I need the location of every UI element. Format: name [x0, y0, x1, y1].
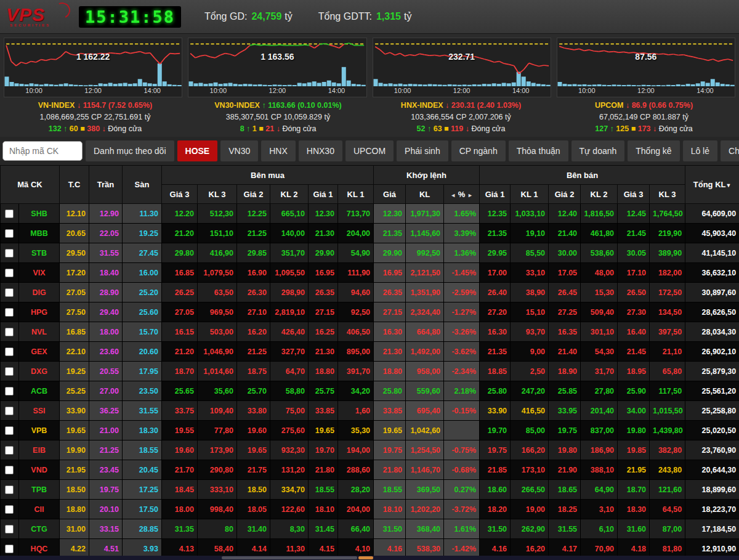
sell-price-3-cell[interactable]: 21.45 [618, 342, 650, 362]
buy-price-1-cell[interactable]: 21.30 [309, 224, 338, 243]
symbol-search-input[interactable] [2, 141, 83, 161]
stock-row-gex[interactable]: GEX22.1023.6020.6021.201,046,9021.25327,… [1, 342, 739, 362]
sell-price-2-cell[interactable]: 16.35 [549, 322, 581, 342]
stock-row-vpb[interactable]: VPB19.6521.0018.3019.5577,8019.60275,601… [1, 421, 739, 440]
symbol-cell[interactable]: NVL [19, 322, 60, 342]
buy-price-1-cell[interactable]: 19.70 [309, 440, 338, 460]
row-checkbox[interactable] [5, 328, 14, 336]
stock-row-vix[interactable]: VIX17.2018.4016.0016.851,079,5016.901,09… [1, 263, 739, 283]
row-checkbox[interactable] [5, 466, 14, 474]
tab-thỏa-thuận[interactable]: Thỏa thuận [509, 140, 568, 161]
buy-price-3-cell[interactable]: 29.80 [162, 243, 198, 263]
tab-vn30[interactable]: VN30 [220, 140, 258, 161]
symbol-cell[interactable]: CII [19, 500, 60, 519]
sell-price-1-cell[interactable]: 33.90 [480, 401, 511, 421]
row-checkbox[interactable] [5, 485, 14, 494]
sell-price-1-cell[interactable]: 21.35 [480, 224, 511, 243]
sell-price-1-cell[interactable]: 26.40 [480, 283, 511, 302]
sell-price-2-cell[interactable]: 21.40 [549, 342, 581, 362]
pct-next-icon[interactable]: ► [467, 192, 473, 198]
index-summary-upcom[interactable]: UPCOM ↓ 86.9 (0.66 0.75%)67,052,149 CP 8… [552, 100, 735, 134]
sell-price-1-cell[interactable]: 18.85 [480, 362, 511, 381]
tab-thống-kê[interactable]: Thống kê [628, 140, 679, 161]
buy-price-1-cell[interactable]: 16.25 [309, 322, 338, 342]
match-price-cell[interactable]: 19.65 [374, 421, 406, 440]
tab-hose[interactable]: HOSE [177, 140, 218, 161]
tab-upcom[interactable]: UPCOM [345, 140, 394, 161]
match-price-cell[interactable]: 19.75 [374, 440, 406, 460]
buy-price-2-cell[interactable]: 27.10 [237, 302, 270, 322]
symbol-cell[interactable]: DIG [19, 283, 60, 302]
index-summary-vn30-index[interactable]: VN30-INDEX ↑ 1163.66 (0.10 0.01%)385,307… [187, 100, 370, 134]
sell-price-3-cell[interactable]: 31.60 [618, 519, 650, 539]
buy-price-2-cell[interactable]: 16.20 [237, 322, 270, 342]
buy-price-1-cell[interactable]: 33.85 [309, 401, 338, 421]
row-checkbox[interactable] [5, 269, 14, 277]
buy-price-1-cell[interactable]: 18.80 [309, 362, 338, 381]
tab-cp-ngành[interactable]: CP ngành [451, 140, 506, 161]
horizontal-scrollbar[interactable] [0, 556, 739, 560]
scrollbar-marker[interactable] [358, 556, 373, 559]
sell-price-2-cell[interactable]: 21.90 [549, 460, 581, 480]
buy-price-3-cell[interactable]: 26.25 [162, 283, 198, 302]
stock-row-dxg[interactable]: DXG19.2520.5517.9518.701,014,6018.7564,7… [1, 362, 739, 381]
sell-price-3-cell[interactable]: 18.30 [618, 500, 650, 519]
sell-price-1-cell[interactable]: 17.00 [480, 263, 511, 283]
match-price-cell[interactable]: 18.80 [374, 362, 406, 381]
match-price-cell[interactable]: 12.30 [374, 204, 406, 224]
sell-price-1-cell[interactable]: 12.35 [480, 204, 511, 224]
sell-price-1-cell[interactable]: 25.80 [480, 381, 511, 401]
tab-chứng-quyền[interactable]: Chứng quyền [721, 140, 739, 161]
sell-price-2-cell[interactable]: 19.75 [549, 421, 581, 440]
buy-price-2-cell[interactable]: 21.75 [237, 460, 270, 480]
buy-price-2-cell[interactable]: 29.85 [237, 243, 270, 263]
buy-price-2-cell[interactable]: 18.05 [237, 500, 270, 519]
buy-price-1-cell[interactable]: 18.10 [309, 500, 338, 519]
stock-row-eib[interactable]: EIB19.9021.2518.5519.60173,9019.65932,30… [1, 440, 739, 460]
match-price-cell[interactable]: 29.90 [374, 243, 406, 263]
sell-price-1-cell[interactable]: 16.30 [480, 322, 511, 342]
symbol-cell[interactable]: CTG [19, 519, 60, 539]
sell-price-2-cell[interactable]: 18.25 [549, 500, 581, 519]
buy-price-3-cell[interactable]: 21.20 [162, 224, 198, 243]
row-checkbox[interactable] [5, 229, 14, 238]
sell-price-3-cell[interactable]: 34.00 [618, 401, 650, 421]
sell-price-3-cell[interactable]: 26.50 [618, 283, 650, 302]
col-header-total-volume[interactable]: Tổng KL▼ [685, 166, 739, 204]
buy-price-3-cell[interactable]: 25.65 [162, 381, 198, 401]
sell-price-1-cell[interactable]: 31.50 [480, 519, 511, 539]
sell-price-1-cell[interactable]: 19.70 [480, 421, 511, 440]
buy-price-3-cell[interactable]: 16.15 [162, 322, 198, 342]
sell-price-3-cell[interactable]: 17.10 [618, 263, 650, 283]
symbol-cell[interactable]: TPB [19, 480, 60, 500]
buy-price-3-cell[interactable]: 18.70 [162, 362, 198, 381]
sell-price-2-cell[interactable]: 26.45 [549, 283, 581, 302]
buy-price-1-cell[interactable]: 27.15 [309, 302, 338, 322]
buy-price-2-cell[interactable]: 25.70 [237, 381, 270, 401]
sell-price-2-cell[interactable]: 31.55 [549, 519, 581, 539]
row-checkbox[interactable] [5, 387, 14, 396]
symbol-cell[interactable]: DXG [19, 362, 60, 381]
stock-row-nvl[interactable]: NVL16.8518.0015.7016.15503,0016.20426,40… [1, 322, 739, 342]
buy-price-1-cell[interactable]: 21.30 [309, 342, 338, 362]
stock-row-hpg[interactable]: HPG27.5029.4025.6027.05969,5027.102,819,… [1, 302, 739, 322]
buy-price-2-cell[interactable]: 12.25 [237, 204, 270, 224]
symbol-cell[interactable]: HPG [19, 302, 60, 322]
sell-price-2-cell[interactable]: 17.05 [549, 263, 581, 283]
sell-price-3-cell[interactable]: 12.45 [618, 204, 650, 224]
symbol-cell[interactable]: VND [19, 460, 60, 480]
symbol-cell[interactable]: MBB [19, 224, 60, 243]
symbol-cell[interactable]: VPB [19, 421, 60, 440]
buy-price-3-cell[interactable]: 19.55 [162, 421, 198, 440]
tab-hnx[interactable]: HNX [261, 140, 296, 161]
sell-price-1-cell[interactable]: 18.20 [480, 500, 511, 519]
buy-price-3-cell[interactable]: 18.00 [162, 500, 198, 519]
sell-price-3-cell[interactable]: 18.95 [618, 362, 650, 381]
buy-price-3-cell[interactable]: 31.35 [162, 519, 198, 539]
stock-row-cii[interactable]: CII18.8020.1017.5018.00998,4018.05122,60… [1, 500, 739, 519]
match-price-cell[interactable]: 26.35 [374, 283, 406, 302]
sell-price-2-cell[interactable]: 25.85 [549, 381, 581, 401]
sell-price-3-cell[interactable]: 16.40 [618, 322, 650, 342]
match-price-cell[interactable]: 21.30 [374, 342, 406, 362]
match-price-cell[interactable]: 16.95 [374, 263, 406, 283]
